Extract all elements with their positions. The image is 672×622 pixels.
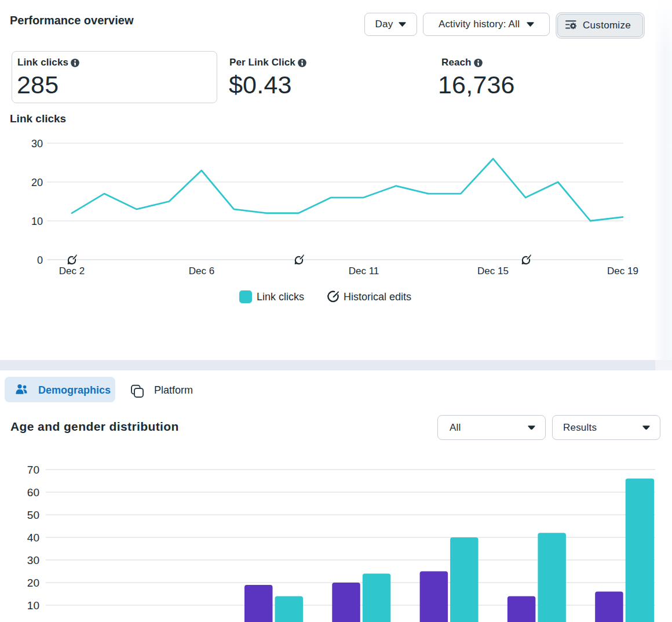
svg-text:60: 60	[27, 486, 39, 499]
svg-text:30: 30	[31, 138, 43, 150]
svg-text:10: 10	[31, 216, 43, 227]
svg-text:30: 30	[27, 554, 39, 566]
svg-text:10: 10	[27, 599, 39, 612]
svg-text:20: 20	[31, 177, 43, 188]
svg-text:40: 40	[27, 532, 39, 544]
svg-text:70: 70	[27, 464, 39, 476]
svg-text:20: 20	[27, 577, 39, 589]
svg-text:50: 50	[27, 509, 39, 521]
